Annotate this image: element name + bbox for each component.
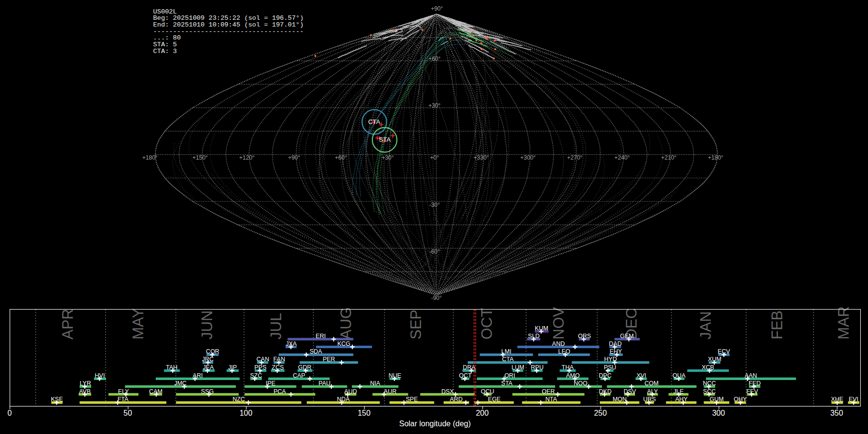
svg-text:KCG: KCG bbox=[337, 340, 350, 347]
svg-text:AUD: AUD bbox=[344, 388, 357, 395]
svg-text:XVI: XVI bbox=[637, 372, 646, 379]
svg-text:NZC: NZC bbox=[232, 396, 245, 403]
svg-text:200: 200 bbox=[476, 409, 489, 417]
svg-text:NUE: NUE bbox=[389, 372, 401, 379]
svg-text:-60°: -60° bbox=[429, 248, 440, 255]
svg-text:NTA: NTA bbox=[545, 396, 557, 403]
svg-text:SEP: SEP bbox=[407, 310, 424, 339]
svg-text:JUN: JUN bbox=[199, 311, 216, 339]
svg-text:MAY: MAY bbox=[130, 308, 147, 339]
svg-text:ORI: ORI bbox=[504, 372, 515, 379]
svg-text:ARD: ARD bbox=[450, 396, 462, 403]
svg-text:EGE: EGE bbox=[488, 396, 501, 403]
svg-text:TAH: TAH bbox=[166, 364, 177, 371]
svg-text:DKD: DKD bbox=[599, 388, 611, 395]
svg-text:GEM: GEM bbox=[620, 333, 634, 339]
svg-text:AMO: AMO bbox=[566, 372, 580, 379]
svg-text:CTA: CTA bbox=[368, 118, 380, 125]
svg-text:50: 50 bbox=[123, 409, 132, 417]
svg-text:XHE: XHE bbox=[831, 396, 843, 403]
svg-text:+270°: +270° bbox=[567, 154, 583, 161]
svg-text:STA: STA bbox=[501, 380, 513, 387]
svg-text:CTA: CTA bbox=[502, 356, 514, 363]
svg-text:MAR: MAR bbox=[835, 306, 852, 339]
svg-text:JUL: JUL bbox=[268, 313, 285, 339]
svg-text:JIP: JIP bbox=[228, 364, 237, 371]
svg-text:+30°: +30° bbox=[428, 102, 440, 109]
svg-text:-30°: -30° bbox=[429, 202, 440, 208]
svg-text:XUM: XUM bbox=[708, 356, 721, 363]
svg-text:IPE: IPE bbox=[266, 380, 275, 387]
svg-text:URS: URS bbox=[643, 396, 656, 403]
svg-text:JEA: JEA bbox=[203, 364, 215, 371]
svg-text:PER: PER bbox=[323, 356, 335, 363]
svg-text:SLD: SLD bbox=[528, 333, 540, 339]
svg-text:KUM: KUM bbox=[535, 325, 548, 332]
svg-text:JAN: JAN bbox=[697, 311, 714, 339]
svg-text:Solar longitude (deg): Solar longitude (deg) bbox=[399, 420, 471, 428]
svg-text:NIA: NIA bbox=[370, 380, 381, 387]
svg-text:+180°: +180° bbox=[142, 154, 158, 161]
svg-text:NDA: NDA bbox=[337, 396, 350, 403]
svg-text:PPS: PPS bbox=[254, 364, 266, 371]
svg-text:ARI: ARI bbox=[193, 372, 203, 379]
svg-text:AVB: AVB bbox=[79, 388, 91, 395]
svg-text:100: 100 bbox=[240, 409, 253, 417]
svg-text:FTA: FTA bbox=[118, 396, 129, 403]
svg-text:PAU: PAU bbox=[319, 380, 331, 387]
svg-text:OCT: OCT bbox=[459, 372, 472, 379]
svg-text:+300°: +300° bbox=[520, 154, 536, 161]
svg-text:+30°: +30° bbox=[381, 154, 393, 161]
svg-text:FED: FED bbox=[749, 380, 761, 387]
svg-text:EVI: EVI bbox=[849, 396, 858, 403]
svg-text:ALY: ALY bbox=[647, 388, 658, 395]
svg-text:ERI: ERI bbox=[316, 333, 326, 339]
svg-text:RPU: RPU bbox=[531, 364, 543, 371]
svg-text:DSX: DSX bbox=[441, 388, 454, 395]
svg-text:NOO: NOO bbox=[574, 380, 588, 387]
svg-text:HYD: HYD bbox=[604, 356, 617, 363]
svg-text:ELY: ELY bbox=[118, 388, 129, 395]
svg-text:SZC: SZC bbox=[250, 372, 262, 379]
svg-text:AHY: AHY bbox=[675, 396, 688, 403]
svg-text:JXA: JXA bbox=[286, 340, 298, 347]
svg-text:OCU: OCU bbox=[481, 388, 494, 395]
svg-text:SDA: SDA bbox=[310, 348, 322, 355]
svg-text:XCB: XCB bbox=[702, 364, 714, 371]
svg-text:PSU: PSU bbox=[604, 364, 616, 371]
svg-text:-90°: -90° bbox=[431, 295, 442, 301]
svg-text:ORS: ORS bbox=[578, 333, 591, 339]
svg-text:SPE: SPE bbox=[406, 396, 418, 403]
svg-text:SSG: SSG bbox=[201, 388, 214, 395]
svg-text:GDR: GDR bbox=[298, 364, 312, 371]
svg-text:LEO: LEO bbox=[558, 348, 570, 355]
svg-text:+0°: +0° bbox=[430, 154, 439, 161]
svg-text:APR: APR bbox=[59, 309, 76, 339]
svg-text:SCC: SCC bbox=[703, 388, 716, 395]
svg-text:KSE: KSE bbox=[51, 396, 63, 403]
svg-text:AUR: AUR bbox=[384, 388, 396, 395]
svg-text:+330°: +330° bbox=[474, 154, 489, 161]
svg-text:ECV: ECV bbox=[718, 348, 730, 355]
svg-text:AND: AND bbox=[552, 340, 565, 347]
svg-text:MON: MON bbox=[612, 396, 626, 403]
svg-text:DAD: DAD bbox=[609, 340, 622, 347]
svg-text:+180°: +180° bbox=[708, 154, 723, 161]
svg-text:QUA: QUA bbox=[672, 372, 686, 379]
svg-text:0: 0 bbox=[8, 409, 12, 417]
svg-text:CQR: CQR bbox=[206, 348, 219, 355]
svg-text:JMC: JMC bbox=[174, 380, 187, 387]
svg-text:ZCS: ZCS bbox=[272, 364, 284, 371]
svg-text:+150°: +150° bbox=[192, 154, 208, 161]
svg-text:FAN: FAN bbox=[273, 356, 285, 363]
svg-text:CTA: 3: CTA: 3 bbox=[153, 48, 177, 55]
svg-text:FEB: FEB bbox=[769, 311, 786, 339]
svg-text:LUM: LUM bbox=[512, 364, 524, 371]
svg-text:EHY: EHY bbox=[610, 348, 622, 355]
svg-text:OER: OER bbox=[542, 388, 555, 395]
svg-text:250: 250 bbox=[594, 409, 607, 417]
svg-text:+60°: +60° bbox=[335, 154, 347, 161]
svg-text:FEV: FEV bbox=[746, 388, 759, 395]
svg-text:DPC: DPC bbox=[599, 372, 611, 379]
svg-text:+210°: +210° bbox=[661, 154, 677, 161]
